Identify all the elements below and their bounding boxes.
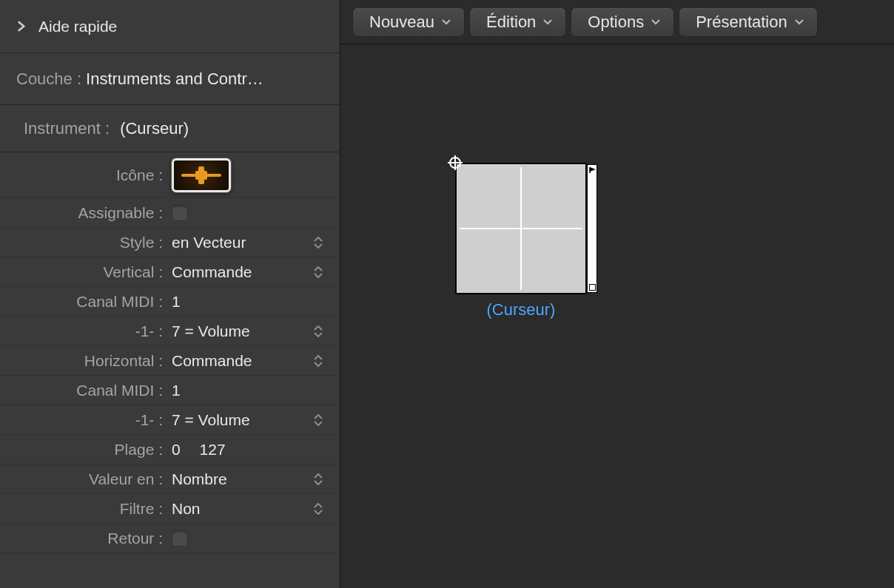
assignable-checkbox[interactable] (172, 205, 188, 221)
icon-picker[interactable] (172, 158, 231, 192)
midi1-label: Canal MIDI : (0, 293, 166, 311)
range-label: Plage : (0, 441, 166, 459)
v1-value: 7 = Volume (172, 322, 250, 340)
prop-range[interactable]: Plage : 0 127 (0, 435, 340, 464)
vertical-value: Commande (172, 263, 252, 281)
midi2-label: Canal MIDI : (0, 382, 166, 399)
prop-style[interactable]: Style : en Vecteur (0, 228, 340, 257)
style-value: en Vecteur (172, 234, 246, 251)
menu-new-label: Nouveau (369, 13, 434, 32)
cable-bar[interactable] (587, 164, 597, 293)
prop-horizontal[interactable]: Horizontal : Commande (0, 346, 340, 376)
feedback-label: Retour : (0, 530, 166, 547)
valueas-value: Nombre (172, 470, 227, 488)
menu-options[interactable]: Options (571, 7, 674, 37)
range-min[interactable]: 0 (172, 441, 181, 459)
v1-label: -1- : (0, 322, 166, 340)
filter-value: Non (172, 500, 201, 518)
filter-label: Filtre : (0, 500, 166, 518)
v2-value: 7 = Volume (172, 411, 250, 429)
chevron-down-icon (543, 19, 552, 25)
chevron-right-icon (13, 21, 28, 32)
valueas-label: Valeur en : (0, 470, 166, 488)
menu-edit[interactable]: Édition (469, 7, 566, 37)
stepper-icon[interactable] (312, 410, 325, 430)
menu-new[interactable]: Nouveau (352, 7, 465, 37)
cable-out-icon (589, 166, 596, 174)
stepper-icon[interactable] (312, 263, 325, 282)
prop-feedback: Retour : (0, 524, 340, 553)
chevron-down-icon (442, 19, 451, 25)
instrument-label: Instrument : (24, 119, 110, 138)
stepper-icon[interactable] (312, 470, 325, 489)
midi1-value: 1 (172, 293, 181, 311)
icon-label: Icône : (0, 166, 166, 184)
resize-handle-icon[interactable] (589, 284, 596, 291)
chevron-down-icon (795, 19, 804, 25)
object-label[interactable]: (Curseur) (487, 300, 556, 320)
menu-edit-label: Édition (486, 13, 536, 32)
assignable-label: Assignable : (0, 204, 166, 222)
instrument-value: (Curseur) (120, 119, 189, 138)
prop-value-as[interactable]: Valeur en : Nombre (0, 464, 340, 494)
move-handle-icon[interactable] (449, 157, 461, 169)
horizontal-value: Commande (172, 352, 252, 370)
vector-fader-object[interactable]: (Curseur) (455, 163, 587, 320)
range-max[interactable]: 127 (200, 441, 226, 459)
quick-help-row[interactable]: Aide rapide (0, 0, 340, 53)
midi2-value: 1 (172, 382, 181, 399)
chevron-down-icon (651, 19, 660, 25)
menu-options-label: Options (588, 13, 644, 32)
prop-v-controller[interactable]: -1- : 7 = Volume (0, 317, 340, 346)
instrument-header-row[interactable]: Instrument : (Curseur) (0, 105, 340, 152)
menu-view[interactable]: Présentation (679, 7, 818, 37)
menu-view-label: Présentation (696, 13, 787, 32)
layer-label: Couche : (16, 70, 81, 89)
style-label: Style : (0, 234, 166, 251)
stepper-icon[interactable] (312, 499, 325, 518)
property-list: Icône : Assignable : Style : en Vecteur (0, 152, 340, 553)
v2-label: -1- : (0, 411, 166, 429)
horizontal-label: Horizontal : (0, 352, 166, 370)
environment-toolbar: Nouveau Édition Options Présentation (340, 0, 894, 44)
vector-pad[interactable] (455, 163, 587, 294)
layer-row[interactable]: Couche : Instruments and Contr… (0, 53, 340, 105)
feedback-checkbox[interactable] (172, 530, 188, 547)
prop-filter[interactable]: Filtre : Non (0, 494, 340, 524)
inspector-panel: Aide rapide Couche : Instruments and Con… (0, 0, 340, 588)
stepper-icon[interactable] (312, 351, 325, 371)
prop-midi-channel-2[interactable]: Canal MIDI : 1 (0, 376, 340, 405)
vertical-label: Vertical : (0, 263, 166, 281)
prop-icon: Icône : (0, 152, 340, 198)
stepper-icon[interactable] (312, 322, 325, 341)
stepper-icon[interactable] (312, 233, 325, 252)
quick-help-title: Aide rapide (38, 18, 117, 36)
environment-canvas[interactable]: (Curseur) (340, 44, 894, 588)
layer-value: Instruments and Contr… (86, 70, 263, 89)
environment-area: Nouveau Édition Options Présentation (340, 0, 894, 588)
svg-marker-0 (590, 167, 596, 172)
prop-assignable: Assignable : (0, 198, 340, 228)
prop-h-controller[interactable]: -1- : 7 = Volume (0, 405, 340, 435)
prop-midi-channel-1[interactable]: Canal MIDI : 1 (0, 287, 340, 317)
prop-vertical[interactable]: Vertical : Commande (0, 257, 340, 287)
